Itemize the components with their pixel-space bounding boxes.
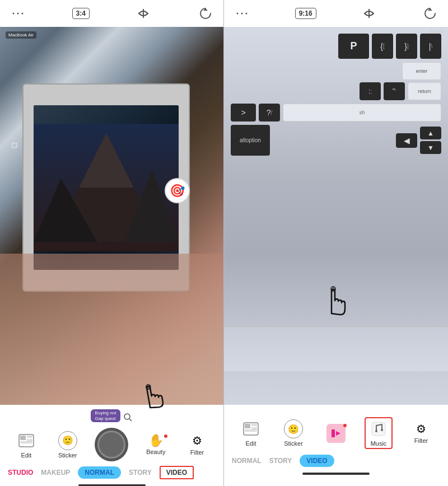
svg-line-12	[158, 396, 159, 398]
svg-rect-21	[20, 441, 32, 443]
key-alt: alt option	[231, 125, 270, 156]
right-panel: 9:16 delete P	[224, 0, 448, 486]
music-label: Music	[371, 440, 387, 447]
left-bottom-controls: Buying not Gap quest	[0, 405, 223, 486]
right-sticker-tool[interactable]: 🙂 Sticker	[279, 419, 307, 447]
right-edit-icon	[241, 419, 260, 438]
left-top-bar: 3:4	[0, 0, 223, 27]
right-edit-label: Edit	[246, 440, 256, 447]
shutter-icon	[95, 428, 128, 461]
search-icon[interactable]	[123, 412, 133, 422]
left-viewfinder: 🎯 MacBook Air ⊡	[0, 27, 223, 405]
hand-cursor-right	[319, 275, 353, 320]
right-home-indicator	[302, 473, 370, 475]
right-sticker-icon: 🙂	[284, 419, 303, 438]
svg-point-15	[124, 414, 130, 419]
right-mode-tabs: NORMAL STORY VIDEO	[224, 451, 448, 470]
svg-point-1	[17, 13, 19, 15]
svg-rect-33	[245, 424, 250, 428]
svg-marker-38	[336, 431, 340, 436]
svg-point-24	[246, 13, 248, 15]
svg-rect-18	[20, 436, 26, 440]
key-p: P	[338, 34, 369, 59]
music-icon	[369, 419, 388, 438]
mode-makeup[interactable]: MAKEUP	[41, 466, 70, 479]
svg-point-40	[375, 430, 377, 432]
right-mode-normal[interactable]: NORMAL	[232, 455, 262, 467]
svg-point-22	[237, 13, 239, 15]
right-mode-video[interactable]: VIDEO	[300, 455, 334, 467]
svg-rect-34	[251, 424, 257, 426]
shutter-button[interactable]	[95, 428, 128, 461]
right-toolbar: Edit 🙂 Sticker	[224, 415, 448, 451]
right-filter-label: Filter	[414, 437, 428, 444]
mode-normal-left[interactable]: NORMAL	[78, 466, 121, 479]
svg-point-2	[22, 13, 24, 15]
search-badge: Buying not Gap quest	[91, 409, 121, 422]
svg-point-23	[241, 13, 243, 15]
sticker-label: Sticker	[58, 452, 77, 459]
edit-icon	[17, 431, 36, 450]
red-dot-right	[343, 424, 347, 427]
svg-rect-36	[245, 429, 257, 432]
svg-rect-20	[27, 439, 32, 441]
sticker-tool[interactable]: 🙂 Sticker	[54, 431, 82, 459]
right-mode-story[interactable]: STORY	[269, 455, 292, 467]
red-dot-beauty	[164, 434, 167, 438]
right-top-bar: 9:16	[224, 0, 448, 27]
left-toolbar: Edit 🙂 Sticker ✋ Beauty ⚙	[0, 426, 223, 464]
left-flip-icon[interactable]	[136, 6, 151, 21]
mode-story-left[interactable]: STORY	[129, 466, 152, 479]
right-flip-icon[interactable]	[361, 6, 377, 21]
right-filter-tool[interactable]: ⚙ Filter	[407, 422, 435, 444]
svg-point-0	[13, 13, 15, 15]
key-brace-open: { [	[372, 34, 393, 59]
right-ratio-badge[interactable]: 9:16	[295, 8, 316, 19]
right-refresh-icon[interactable]	[422, 6, 438, 21]
mode-video-left[interactable]: VIDEO	[160, 466, 194, 479]
right-sticker-label: Sticker	[284, 440, 303, 447]
left-panel: 3:4	[0, 0, 224, 486]
left-menu-icon[interactable]	[10, 6, 26, 21]
key-shift-right: sh	[283, 104, 441, 121]
filter-label: Filter	[190, 449, 204, 456]
key-gt: >	[231, 104, 256, 121]
key-enter: enter	[402, 62, 441, 80]
sticker-icon: 🙂	[58, 431, 77, 450]
info-badge: MacBook Air	[6, 31, 36, 39]
beauty-tool[interactable]: ✋ Beauty	[142, 434, 170, 455]
left-ratio-badge[interactable]: 3:4	[72, 8, 90, 19]
svg-rect-35	[251, 427, 257, 429]
right-viewfinder: delete P { [ } ] | \	[224, 27, 448, 405]
play-icon	[326, 424, 346, 443]
key-arrow-left: ◀	[396, 133, 417, 148]
key-brace-close: } ]	[396, 34, 417, 59]
filter-tool[interactable]: ⚙ Filter	[183, 434, 211, 456]
right-video-button[interactable]	[322, 424, 350, 443]
right-edit-tool[interactable]: Edit	[237, 419, 265, 447]
key-arrow-up: ▲	[420, 127, 441, 139]
svg-rect-19	[27, 436, 32, 438]
left-home-indicator	[78, 484, 146, 486]
key-question: ? /	[259, 104, 280, 121]
left-photo-bg: 🎯 MacBook Air ⊡	[0, 27, 223, 405]
camera-icon-small: ⊡	[11, 141, 18, 149]
edit-tool[interactable]: Edit	[12, 431, 40, 459]
beauty-label: Beauty	[146, 448, 165, 455]
key-colon: : ;	[360, 82, 381, 100]
right-menu-icon[interactable]	[234, 6, 250, 21]
key-arrow-down: ▼	[420, 141, 441, 154]
right-filter-icon: ⚙	[416, 422, 426, 436]
svg-line-16	[129, 419, 132, 421]
left-refresh-icon[interactable]	[198, 6, 213, 21]
key-return: return	[408, 82, 441, 100]
beauty-icon: ✋	[148, 434, 164, 447]
mode-studio[interactable]: STUDIO	[8, 466, 33, 479]
svg-rect-37	[332, 429, 335, 437]
key-quote: " '	[384, 82, 405, 100]
macbook-screen	[34, 105, 179, 270]
music-tool[interactable]: Music	[365, 417, 393, 449]
keyboard-photo: delete P { [ } ] | \	[224, 27, 448, 405]
edit-label: Edit	[21, 452, 31, 459]
svg-point-41	[381, 429, 383, 431]
